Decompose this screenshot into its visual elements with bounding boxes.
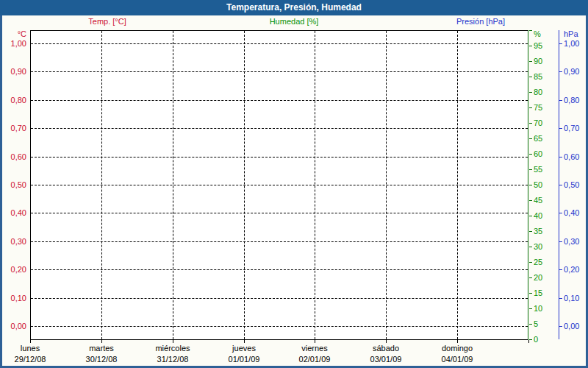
pressure-tick [559,71,562,72]
humidity-tick [529,200,532,201]
humidity-tick [529,138,532,139]
temperature-tick-label: 0,20 [0,264,26,275]
gridline-horizontal [31,298,528,299]
gridline-horizontal [31,269,528,270]
gridline-horizontal [31,100,528,101]
temperature-tick-label: 0,60 [0,152,26,162]
humidity-tick-label: 40 [534,210,557,221]
gridline-horizontal [31,326,528,327]
pressure-tick [559,326,562,327]
humidity-tick [529,277,532,278]
pressure-tick [559,128,562,129]
pressure-tick-label: 0,80 [564,95,587,105]
humidity-axis-unit: % [534,29,557,39]
temperature-tick-label: 0,00 [0,321,26,331]
pressure-tick [559,269,562,270]
gridline-horizontal [31,241,528,242]
day-date: 29/12/08 [0,354,65,365]
pressure-tick-label: 0,60 [564,152,587,162]
humidity-tick [529,231,532,232]
humidity-tick-label: 25 [534,257,557,267]
pressure-tick-label: 0,20 [564,264,587,275]
window-title: Temperatura, Presión, Humedad [226,2,362,13]
x-axis-tick [528,340,529,343]
pressure-tick [559,213,562,213]
legend-humidity-label: Humedad [%] [270,17,319,26]
humidity-tick-label: 5 [534,319,557,329]
day-name: jueves [209,343,279,354]
pressure-tick-label: 1,00 [564,38,587,49]
pressure-tick [559,100,562,101]
pressure-tick-label: 0,40 [564,208,587,218]
temperature-tick-label: 0,90 [0,66,26,77]
humidity-tick-label: 10 [534,303,557,314]
humidity-tick-label: 20 [534,272,557,283]
temperature-tick-label: 0,80 [0,95,26,105]
humidity-tick-label: 15 [534,288,557,298]
humidity-tick-label: 85 [534,71,557,82]
humidity-tick [529,324,532,325]
temperature-tick-label: 0,70 [0,123,26,133]
day-name: sábado [351,343,421,354]
x-axis-day-label: sábado03/01/09 [351,343,421,365]
humidity-tick [529,293,532,294]
x-axis-day-label: jueves01/01/09 [209,343,279,365]
gridline-vertical [244,31,245,339]
humidity-tick [529,185,532,185]
pressure-tick [559,185,562,185]
chart-legend: Temp. [°C] Humedad [%] Presión [hPa] [0,17,588,28]
humidity-tick [529,30,532,31]
humidity-tick-label: 75 [534,102,557,113]
gridline-horizontal [31,43,528,44]
x-axis-day-label: domingo04/01/09 [422,343,492,365]
humidity-tick-label: 70 [534,118,557,128]
humidity-tick-label: 50 [534,180,557,190]
humidity-tick-label: 95 [534,40,557,51]
pressure-tick-label: 0,70 [564,123,587,133]
day-date: 31/12/08 [137,354,208,365]
humidity-tick [529,169,532,170]
x-axis-day-label: martes30/12/08 [66,343,137,365]
humidity-tick [529,262,532,263]
day-date: 02/01/09 [279,354,350,365]
humidity-tick-label: 60 [534,149,557,159]
pressure-tick-label: 0,10 [564,293,587,303]
pressure-tick-label: 0,00 [564,321,587,331]
humidity-tick-label: 45 [534,195,557,205]
humidity-tick [529,339,532,340]
day-name: miércoles [137,343,208,354]
weather-chart-window: Temperatura, Presión, Humedad Temp. [°C]… [0,0,588,368]
temperature-axis-unit: °C [0,29,26,39]
humidity-tick-label: 65 [534,133,557,144]
legend-temperature-label: Temp. [°C] [88,17,126,26]
pressure-tick [559,241,562,242]
humidity-tick-label: 0 [534,334,557,344]
pressure-tick-label: 0,90 [564,66,587,77]
gridline-vertical [101,31,102,339]
humidity-tick [529,46,532,46]
humidity-tick [529,77,532,77]
day-name: lunes [0,343,65,354]
gridline-horizontal [31,213,528,213]
pressure-tick [559,298,562,299]
day-date: 01/01/09 [209,354,279,365]
temperature-tick-label: 1,00 [0,38,26,49]
window-titlebar: Temperatura, Presión, Humedad [0,0,588,15]
pressure-tick-label: 0,30 [564,236,587,247]
humidity-tick-label: 55 [534,164,557,174]
humidity-tick [529,123,532,124]
temperature-tick-label: 0,40 [0,208,26,218]
x-axis-day-label: miércoles31/12/08 [137,343,208,365]
day-name: viernes [279,343,350,354]
gridline-vertical [173,31,173,339]
humidity-tick [529,154,532,155]
humidity-tick [529,247,532,247]
x-axis-day-label: viernes02/01/09 [279,343,350,365]
gridline-vertical [386,31,387,339]
gridline-vertical [457,31,458,339]
humidity-tick-label: 80 [534,87,557,97]
humidity-tick [529,92,532,93]
humidity-tick-label: 35 [534,226,557,236]
day-date: 04/01/09 [422,354,492,365]
humidity-tick-label: 30 [534,241,557,252]
